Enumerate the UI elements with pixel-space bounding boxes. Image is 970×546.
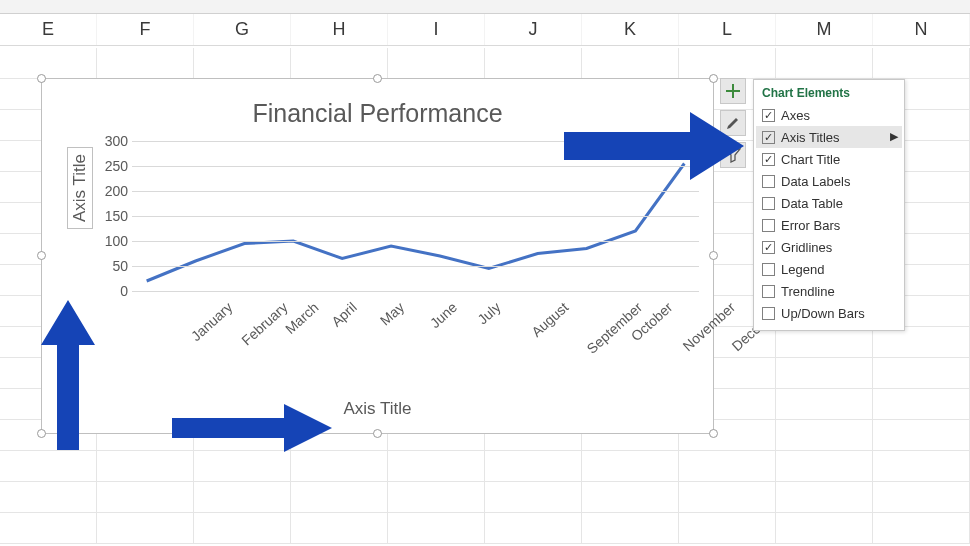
checkbox-unchecked-icon[interactable]	[762, 263, 775, 276]
y-tick-label: 150	[104, 208, 128, 224]
chart-elements-item-label: Data Table	[781, 196, 843, 211]
y-tick-label: 50	[104, 258, 128, 274]
selection-handle[interactable]	[37, 74, 46, 83]
checkbox-unchecked-icon[interactable]	[762, 307, 775, 320]
gridline	[132, 216, 699, 217]
column-header[interactable]: N	[873, 14, 970, 45]
chart-elements-item-label: Gridlines	[781, 240, 832, 255]
x-tick-label: July	[474, 299, 503, 328]
column-headers: EFGHIJKLMN	[0, 14, 970, 46]
x-tick-label: June	[427, 299, 460, 331]
gridline	[132, 191, 699, 192]
checkbox-checked-icon[interactable]	[762, 131, 775, 144]
x-axis-ticks: JanuaryFebruaryMarchAprilMayJuneJulyAugu…	[132, 299, 727, 369]
svg-marker-4	[564, 112, 744, 180]
chart-elements-item-label: Up/Down Bars	[781, 306, 865, 321]
svg-marker-2	[41, 300, 95, 450]
chart-elements-item[interactable]: Gridlines	[756, 236, 902, 258]
chart-elements-item[interactable]: Legend	[756, 258, 902, 280]
chart-elements-item[interactable]: Error Bars	[756, 214, 902, 236]
chart-elements-item-label: Error Bars	[781, 218, 840, 233]
column-header[interactable]: G	[194, 14, 291, 45]
y-tick-label: 250	[104, 158, 128, 174]
x-tick-label: March	[282, 299, 322, 337]
selection-handle[interactable]	[373, 74, 382, 83]
x-tick-label: May	[377, 299, 407, 329]
submenu-arrow-icon[interactable]: ▶	[890, 130, 898, 143]
column-header[interactable]: F	[97, 14, 194, 45]
column-header[interactable]: E	[0, 14, 97, 45]
checkbox-unchecked-icon[interactable]	[762, 175, 775, 188]
column-header[interactable]: J	[485, 14, 582, 45]
chart-elements-item-label: Axis Titles	[781, 130, 840, 145]
column-header[interactable]: M	[776, 14, 873, 45]
selection-handle[interactable]	[709, 74, 718, 83]
gridline	[132, 291, 699, 292]
column-header[interactable]: L	[679, 14, 776, 45]
gridline	[132, 266, 699, 267]
selection-handle[interactable]	[709, 251, 718, 260]
selection-handle[interactable]	[709, 429, 718, 438]
chart-elements-item[interactable]: Axes	[756, 104, 902, 126]
selection-handle[interactable]	[373, 429, 382, 438]
chart-elements-item[interactable]: Trendline	[756, 280, 902, 302]
checkbox-unchecked-icon[interactable]	[762, 285, 775, 298]
chart-elements-item-label: Axes	[781, 108, 810, 123]
arrow-annotation-right	[172, 404, 332, 456]
y-tick-label: 0	[104, 283, 128, 299]
flyout-title: Chart Elements	[756, 84, 902, 104]
column-header[interactable]: I	[388, 14, 485, 45]
chart-elements-item[interactable]: Chart Title	[756, 148, 902, 170]
checkbox-unchecked-icon[interactable]	[762, 197, 775, 210]
chart-elements-item[interactable]: Axis Titles▶	[756, 126, 902, 148]
chart-elements-button[interactable]	[720, 78, 746, 104]
x-tick-label: April	[328, 299, 360, 330]
arrow-annotation-right	[564, 112, 744, 184]
svg-marker-3	[172, 404, 332, 452]
chart-elements-item[interactable]: Data Labels	[756, 170, 902, 192]
checkbox-checked-icon[interactable]	[762, 241, 775, 254]
top-band	[0, 0, 970, 14]
gridline	[132, 241, 699, 242]
checkbox-checked-icon[interactable]	[762, 109, 775, 122]
checkbox-checked-icon[interactable]	[762, 153, 775, 166]
column-header[interactable]: K	[582, 14, 679, 45]
y-axis-title[interactable]: Axis Title	[67, 147, 93, 229]
chart-elements-item-label: Chart Title	[781, 152, 840, 167]
column-header[interactable]: H	[291, 14, 388, 45]
chart-elements-flyout[interactable]: Chart Elements AxesAxis Titles▶Chart Tit…	[753, 79, 905, 331]
x-tick-label: January	[187, 299, 235, 344]
checkbox-unchecked-icon[interactable]	[762, 219, 775, 232]
chart-elements-item-label: Trendline	[781, 284, 835, 299]
chart-elements-item-label: Legend	[781, 262, 824, 277]
y-tick-label: 100	[104, 233, 128, 249]
y-tick-label: 300	[104, 133, 128, 149]
x-axis-title[interactable]: Axis Title	[42, 399, 713, 419]
chart-elements-item[interactable]: Data Table	[756, 192, 902, 214]
selection-handle[interactable]	[37, 251, 46, 260]
y-tick-label: 200	[104, 183, 128, 199]
chart-elements-item-label: Data Labels	[781, 174, 850, 189]
arrow-annotation-up	[41, 300, 95, 454]
chart-elements-item[interactable]: Up/Down Bars	[756, 302, 902, 324]
x-tick-label: August	[528, 299, 571, 340]
svg-rect-1	[726, 90, 740, 92]
